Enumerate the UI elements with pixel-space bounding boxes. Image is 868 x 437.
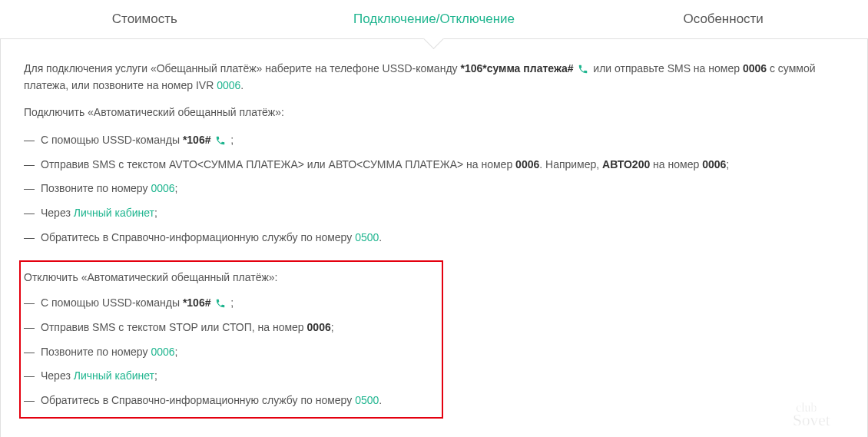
list-item: Отправив SMS с текстом AVTO<СУММА ПЛАТЕЖ… [24,157,844,174]
phone-icon [215,298,226,309]
support-link[interactable]: 0500 [355,231,379,243]
sms-number: 0006 [702,158,726,170]
content-panel: Для подключения услуги «Обещанный платёж… [0,39,868,437]
item-text: Позвоните по номеру [41,182,151,194]
item-text: ; [175,346,178,358]
intro-paragraph: Для подключения услуги «Обещанный платёж… [24,61,844,94]
intro-text: . [240,79,244,91]
item-text: Обратитесь в Справочно-информационную сл… [41,231,355,243]
item-text: Обратитесь в Справочно-информационную сл… [41,394,355,406]
list-item: Через Личный кабинет; [24,368,439,385]
item-text: на номер [650,158,702,170]
item-text: С помощью USSD-команды [41,134,183,146]
highlighted-box: Отключить «Автоматический обещанный плат… [19,260,443,419]
ussd-code: *106# [183,296,211,309]
phone-icon [215,135,226,146]
list-item: С помощью USSD-команды *106# ; [24,295,439,312]
svg-text:Sovet: Sovet [793,411,830,429]
item-text: ; [154,369,157,382]
list-item: Через Личный кабинет; [24,205,844,222]
list-item: Обратитесь в Справочно-информационную сл… [24,230,844,247]
disconnect-title: Отключить «Автоматический обещанный плат… [24,270,439,286]
svg-text:club: club [796,401,817,414]
item-text: ; [154,207,157,219]
item-text: ; [331,321,334,333]
list-item: С помощью USSD-команды *106# ; [24,132,844,149]
item-text: Через [41,369,74,382]
list-item: Позвоните по номеру 0006; [24,344,439,361]
item-text: ; [230,134,234,146]
tabs-bar: Стоимость Подключение/Отключение Особенн… [0,0,868,39]
item-text: Через [41,207,74,219]
ussd-code: *106*сумма платежа# [460,62,573,74]
account-link[interactable]: Личный кабинет [74,207,154,219]
item-text: Отправив SMS с текстом AVTO<СУММА ПЛАТЕЖ… [41,158,515,170]
item-text: Отправив SMS с текстом STOP или СТОП, на… [41,321,307,333]
list-item: Обратитесь в Справочно-информационную сл… [24,392,439,409]
intro-text: или отправьте SMS на номер [593,62,743,74]
phone-link[interactable]: 0006 [151,182,174,194]
phone-link[interactable]: 0006 [151,346,174,358]
item-text: ; [726,158,729,170]
connect-list: С помощью USSD-команды *106# ; Отправив … [24,132,844,246]
list-item: Отправив SMS с текстом STOP или СТОП, на… [24,319,439,336]
item-text: ; [175,182,178,194]
disconnect-list: С помощью USSD-команды *106# ; Отправив … [24,295,439,409]
example-text: АВТО200 [602,158,650,170]
intro-text: Для подключения услуги «Обещанный платёж… [24,62,460,74]
item-text: Позвоните по номеру [41,346,151,358]
item-text: С помощью USSD-команды [41,296,183,309]
item-text: ; [230,296,234,309]
sms-number: 0006 [515,158,539,170]
sms-number: 0006 [743,62,767,74]
item-text: . Например, [539,158,602,170]
item-text: . [379,394,382,406]
tab-cost[interactable]: Стоимость [0,0,290,38]
ussd-code: *106# [183,134,211,146]
ivr-link[interactable]: 0006 [217,79,240,91]
item-text: . [379,231,382,243]
account-link[interactable]: Личный кабинет [74,369,154,382]
tab-features[interactable]: Особенности [578,0,868,38]
sms-number: 0006 [307,321,331,333]
connect-title: Подключить «Автоматический обещанный пла… [24,104,844,121]
support-link[interactable]: 0500 [355,394,379,406]
watermark-logo: club Sovet [790,399,856,435]
list-item: Позвоните по номеру 0006; [24,180,844,197]
phone-icon [578,64,588,74]
